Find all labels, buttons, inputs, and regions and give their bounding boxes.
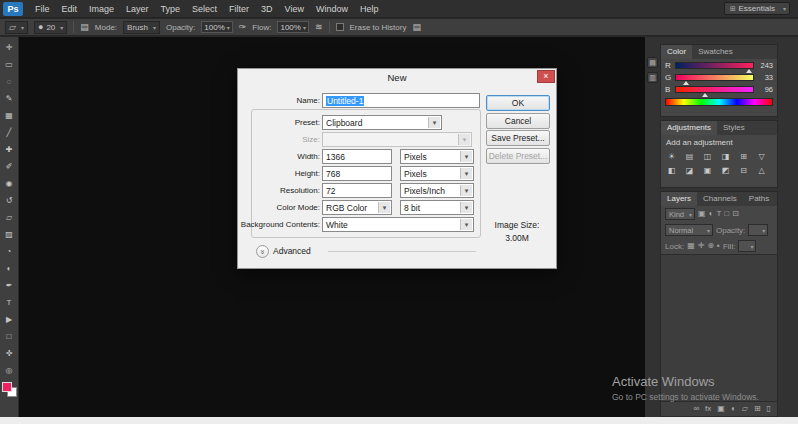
filter-adjustment-layers-icon[interactable]: ◐ bbox=[709, 210, 714, 218]
type-tool-button[interactable]: T bbox=[1, 294, 18, 311]
lasso-tool-button[interactable]: ◌ bbox=[1, 73, 18, 90]
menu-select[interactable]: Select bbox=[186, 0, 223, 18]
healing-brush-tool-button[interactable]: ✚ bbox=[1, 141, 18, 158]
move-tool-button[interactable]: ✛ bbox=[1, 39, 18, 56]
lock-position-icon[interactable]: ⊕ bbox=[707, 242, 714, 250]
resolution-unit-dropdown[interactable]: Pixels/Inch bbox=[400, 183, 474, 198]
new-layer-icon[interactable]: ⊞ bbox=[754, 405, 761, 413]
history-brush-tool-button[interactable]: ↺ bbox=[1, 192, 18, 209]
marquee-tool-button[interactable]: ▭ bbox=[1, 56, 18, 73]
tab-adjustments[interactable]: Adjustments bbox=[661, 121, 717, 135]
pen-tool-button[interactable]: ✒ bbox=[1, 277, 18, 294]
channel-g-value[interactable]: 33 bbox=[757, 73, 773, 82]
color-spectrum-ramp[interactable] bbox=[665, 98, 773, 106]
brush-panel-toggle-icon[interactable]: ▤ bbox=[80, 23, 89, 32]
brush-preset-picker[interactable]: ● 20 bbox=[34, 21, 67, 34]
hand-tool-button[interactable]: ✜ bbox=[1, 345, 18, 362]
name-input[interactable]: Untitled-1 bbox=[322, 93, 480, 108]
black-white-adjustment-icon[interactable]: ◪ bbox=[683, 164, 696, 176]
menu-3d[interactable]: 3D bbox=[255, 0, 279, 18]
height-unit-dropdown[interactable]: Pixels bbox=[400, 166, 474, 181]
clone-stamp-tool-button[interactable]: ◉ bbox=[1, 175, 18, 192]
adjustment-layer-icon[interactable]: ◐ bbox=[731, 405, 736, 413]
new-group-icon[interactable]: ▱ bbox=[742, 405, 748, 413]
menu-edit[interactable]: Edit bbox=[56, 0, 84, 18]
vibrance-adjustment-icon[interactable]: ⊞ bbox=[737, 150, 750, 162]
width-unit-dropdown[interactable]: Pixels bbox=[400, 149, 474, 164]
properties-panel-icon[interactable]: ▥ bbox=[647, 72, 658, 83]
lock-all-icon[interactable]: ▪ bbox=[717, 242, 720, 250]
layer-mask-icon[interactable]: ▣ bbox=[717, 405, 725, 413]
lock-transparency-icon[interactable]: ▦ bbox=[687, 242, 695, 250]
workspace-switcher[interactable]: ⊞ Essentials bbox=[724, 2, 790, 15]
gradient-tool-button[interactable]: ▨ bbox=[1, 226, 18, 243]
menu-help[interactable]: Help bbox=[354, 0, 385, 18]
mode-dropdown[interactable]: Brush bbox=[123, 21, 160, 34]
foreground-color-swatch[interactable] bbox=[2, 382, 12, 392]
channel-g-slider[interactable] bbox=[675, 74, 754, 81]
layer-filter-kind-dropdown[interactable]: Kind bbox=[665, 208, 695, 220]
flow-value-field[interactable]: 100% bbox=[277, 21, 308, 33]
layers-opacity-dropdown[interactable] bbox=[748, 224, 768, 236]
airbrush-icon[interactable]: ≋ bbox=[315, 23, 323, 32]
crop-tool-button[interactable]: ▦ bbox=[1, 107, 18, 124]
menu-file[interactable]: File bbox=[29, 0, 56, 18]
tab-styles[interactable]: Styles bbox=[717, 121, 751, 135]
background-contents-dropdown[interactable]: White bbox=[322, 217, 474, 232]
invert-adjustment-icon[interactable]: △ bbox=[755, 164, 768, 176]
channel-r-value[interactable]: 243 bbox=[757, 61, 773, 70]
dialog-close-button[interactable]: × bbox=[537, 70, 555, 83]
layer-effects-icon[interactable]: fx bbox=[705, 405, 711, 413]
lock-image-icon[interactable]: ✛ bbox=[698, 242, 705, 250]
tab-paths[interactable]: Paths bbox=[743, 192, 775, 206]
resolution-input[interactable]: 72 bbox=[322, 183, 392, 198]
width-input[interactable]: 1366 bbox=[322, 149, 392, 164]
curves-adjustment-icon[interactable]: ◫ bbox=[701, 150, 714, 162]
color-swatches[interactable] bbox=[2, 382, 17, 397]
advanced-expander-button[interactable] bbox=[256, 245, 269, 258]
brightness-adjustment-icon[interactable]: ☀ bbox=[665, 150, 678, 162]
fill-dropdown[interactable] bbox=[738, 240, 756, 252]
path-select-tool-button[interactable]: ▶ bbox=[1, 311, 18, 328]
menu-type[interactable]: Type bbox=[155, 0, 187, 18]
channel-mixer-adjustment-icon[interactable]: ◩ bbox=[719, 164, 732, 176]
color-lookup-adjustment-icon[interactable]: ⊟ bbox=[737, 164, 750, 176]
blend-mode-dropdown[interactable]: Normal bbox=[665, 224, 713, 236]
history-panel-icon[interactable]: ▤ bbox=[647, 57, 658, 68]
zoom-tool-button[interactable]: ◎ bbox=[1, 362, 18, 379]
menu-filter[interactable]: Filter bbox=[223, 0, 255, 18]
dodge-tool-button[interactable]: ◐ bbox=[1, 260, 18, 277]
shape-tool-button[interactable]: □ bbox=[1, 328, 18, 345]
color-balance-adjustment-icon[interactable]: ◧ bbox=[665, 164, 678, 176]
filter-shape-layers-icon[interactable]: □ bbox=[724, 210, 729, 218]
tab-color[interactable]: Color bbox=[661, 45, 692, 59]
levels-adjustment-icon[interactable]: ▤ bbox=[683, 150, 696, 162]
brush-tool-button[interactable]: ✐ bbox=[1, 158, 18, 175]
delete-layer-icon[interactable]: ▯ bbox=[767, 405, 771, 413]
color-mode-dropdown[interactable]: RGB Color bbox=[322, 200, 392, 215]
toggle-brush-panel-icon[interactable]: ▤ bbox=[412, 23, 421, 32]
opacity-value-field[interactable]: 100% bbox=[201, 21, 232, 33]
menu-window[interactable]: Window bbox=[310, 0, 354, 18]
cancel-button[interactable]: Cancel bbox=[486, 113, 550, 129]
hue-saturation-adjustment-icon[interactable]: ▽ bbox=[755, 150, 768, 162]
eyedropper-tool-button[interactable]: ╱ bbox=[1, 124, 18, 141]
menu-image[interactable]: Image bbox=[83, 0, 120, 18]
tab-channels[interactable]: Channels bbox=[697, 192, 743, 206]
ok-button[interactable]: OK bbox=[486, 95, 550, 111]
channel-b-slider[interactable] bbox=[675, 86, 754, 93]
photo-filter-adjustment-icon[interactable]: ▣ bbox=[701, 164, 714, 176]
height-input[interactable]: 768 bbox=[322, 166, 392, 181]
erase-to-history-checkbox[interactable] bbox=[336, 23, 344, 31]
filter-type-layers-icon[interactable]: T bbox=[716, 210, 721, 218]
pen-pressure-icon[interactable]: ✑ bbox=[239, 23, 247, 32]
filter-smart-object-icon[interactable]: ⊡ bbox=[732, 210, 739, 218]
preset-dropdown[interactable]: Clipboard bbox=[322, 115, 442, 130]
quick-select-tool-button[interactable]: ✎ bbox=[1, 90, 18, 107]
channel-r-slider[interactable] bbox=[675, 62, 754, 69]
tool-preset-picker[interactable]: ▱ bbox=[5, 21, 28, 34]
tab-layers[interactable]: Layers bbox=[661, 192, 697, 206]
menu-view[interactable]: View bbox=[279, 0, 310, 18]
save-preset-button[interactable]: Save Preset... bbox=[486, 130, 550, 146]
tab-swatches[interactable]: Swatches bbox=[692, 45, 739, 59]
